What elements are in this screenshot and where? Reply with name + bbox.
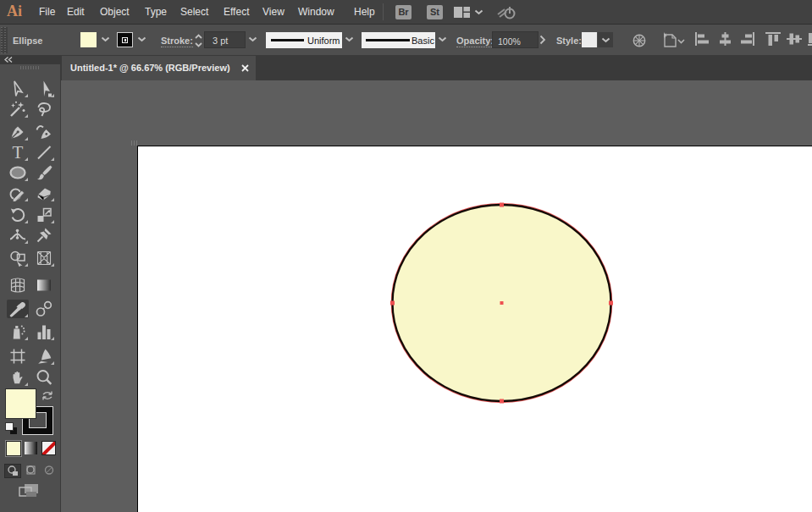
svg-text:T: T: [13, 144, 24, 161]
